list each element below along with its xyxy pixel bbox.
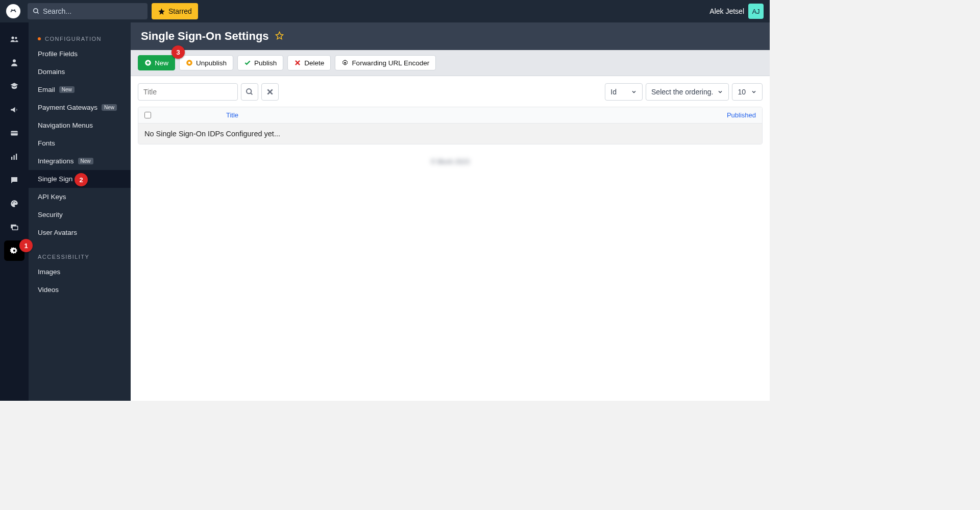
search-button[interactable] — [241, 83, 258, 101]
button-label: Forwarding URL Encoder — [352, 59, 429, 67]
star-icon — [158, 8, 165, 15]
new-button[interactable]: New 3 — [138, 55, 175, 70]
publish-button[interactable]: Publish — [237, 55, 283, 70]
section-title: CONFIGURATION — [45, 36, 102, 42]
avatar[interactable]: AJ — [748, 4, 764, 19]
chart-icon — [10, 152, 19, 161]
title-filter-input[interactable] — [138, 83, 238, 101]
svg-point-5 — [11, 36, 14, 39]
clear-filter-button[interactable] — [261, 83, 279, 101]
sidebar-item-label: Navigation Menus — [38, 122, 93, 129]
dot-icon — [38, 37, 41, 40]
person-icon — [10, 58, 19, 67]
user-name[interactable]: Alek Jetsel — [709, 7, 744, 15]
rail-chat[interactable] — [4, 170, 24, 190]
svg-point-21 — [345, 62, 347, 64]
section-configuration: CONFIGURATION — [29, 32, 131, 45]
svg-point-3 — [34, 9, 38, 13]
published-column-header[interactable]: Published — [716, 107, 762, 123]
search-placeholder: Search... — [43, 7, 71, 15]
graduation-icon — [10, 82, 19, 91]
svg-point-15 — [15, 202, 16, 203]
sidebar-item-email[interactable]: EmailNew — [29, 81, 131, 99]
rail-announce[interactable] — [4, 100, 24, 120]
sidebar-item-label: Security — [38, 211, 63, 218]
search-icon — [33, 8, 40, 15]
plus-circle-icon — [144, 59, 152, 66]
select-value: Select the ordering. — [651, 88, 713, 96]
svg-point-14 — [13, 201, 14, 202]
svg-point-2 — [14, 9, 15, 10]
sidebar-item-payment-gateways[interactable]: Payment GatewaysNew — [29, 99, 131, 116]
select-value: Id — [610, 88, 617, 96]
forwarding-url-encoder-button[interactable]: Forwarding URL Encoder — [335, 55, 436, 70]
sidebar-item-images[interactable]: Images — [29, 263, 131, 281]
sort-order-select[interactable]: Select the ordering. — [646, 83, 729, 101]
sidebar: CONFIGURATION Profile Fields Domains Ema… — [29, 22, 131, 401]
rail-people[interactable] — [4, 53, 24, 73]
palette-icon — [10, 199, 19, 208]
svg-line-4 — [37, 12, 39, 14]
sidebar-item-videos[interactable]: Videos — [29, 281, 131, 299]
annotation-3: 3 — [172, 45, 185, 59]
page-size-select[interactable]: 10 — [732, 83, 763, 101]
select-value: 10 — [738, 88, 746, 96]
search-input[interactable]: Search... — [28, 3, 148, 19]
sidebar-item-navigation-menus[interactable]: Navigation Menus — [29, 116, 131, 134]
annotation-2: 2 — [75, 173, 88, 186]
new-badge: New — [78, 158, 93, 164]
rail-education[interactable] — [4, 76, 24, 96]
svg-point-20 — [188, 62, 191, 64]
delete-button[interactable]: Delete — [287, 55, 331, 70]
button-label: Unpublish — [196, 59, 227, 67]
page-title: Single Sign-On Settings — [141, 30, 269, 43]
sidebar-item-label: API Keys — [38, 193, 66, 201]
rail-analytics[interactable] — [4, 147, 24, 167]
sidebar-item-security[interactable]: Security — [29, 206, 131, 224]
section-title: ACCESSIBILITY — [38, 254, 89, 260]
chevron-down-icon — [631, 89, 637, 95]
title-column-header[interactable]: Title — [220, 107, 716, 123]
users-icon — [10, 35, 19, 44]
app-logo[interactable] — [6, 4, 20, 18]
chevron-down-icon — [751, 89, 757, 95]
svg-point-22 — [247, 89, 251, 93]
unpublish-button[interactable]: Unpublish — [179, 55, 233, 70]
svg-point-6 — [15, 37, 17, 39]
sidebar-item-label: Email — [38, 86, 55, 93]
sidebar-item-single-sign-on[interactable]: Single Sign On 2 — [29, 170, 131, 188]
sidebar-item-fonts[interactable]: Fonts — [29, 134, 131, 152]
button-label: New — [155, 59, 168, 67]
sidebar-item-user-avatars[interactable]: User Avatars — [29, 224, 131, 241]
layers-icon — [10, 223, 19, 232]
x-icon — [294, 59, 301, 66]
select-all-checkbox[interactable] — [144, 112, 151, 118]
sidebar-item-label: Integrations — [38, 157, 74, 165]
card-icon — [10, 129, 19, 138]
svg-rect-10 — [11, 157, 12, 160]
rail-users[interactable] — [4, 29, 24, 50]
rail-card[interactable] — [4, 123, 24, 143]
svg-point-1 — [11, 9, 12, 10]
check-icon — [244, 59, 251, 66]
svg-rect-11 — [14, 155, 15, 160]
table-header: Title Published — [138, 107, 762, 124]
favorite-button[interactable] — [275, 31, 284, 42]
sort-field-select[interactable]: Id — [605, 83, 643, 101]
sidebar-item-label: Videos — [38, 286, 59, 294]
button-label: Delete — [304, 59, 324, 67]
sidebar-item-api-keys[interactable]: API Keys — [29, 188, 131, 206]
rail-palette[interactable] — [4, 193, 24, 214]
starred-button[interactable]: Starred — [152, 3, 198, 19]
select-all-column — [138, 107, 220, 123]
results-table: Title Published No Single Sign-On IDPs C… — [138, 107, 763, 144]
sidebar-item-integrations[interactable]: IntegrationsNew — [29, 152, 131, 170]
bullhorn-icon — [10, 105, 19, 114]
svg-rect-12 — [16, 154, 17, 160]
chevron-down-icon — [717, 89, 723, 95]
sidebar-item-profile-fields[interactable]: Profile Fields — [29, 45, 131, 63]
new-badge: New — [59, 86, 75, 93]
sidebar-item-domains[interactable]: Domains — [29, 63, 131, 81]
svg-point-0 — [8, 6, 18, 16]
rail-layers[interactable] — [4, 217, 24, 237]
